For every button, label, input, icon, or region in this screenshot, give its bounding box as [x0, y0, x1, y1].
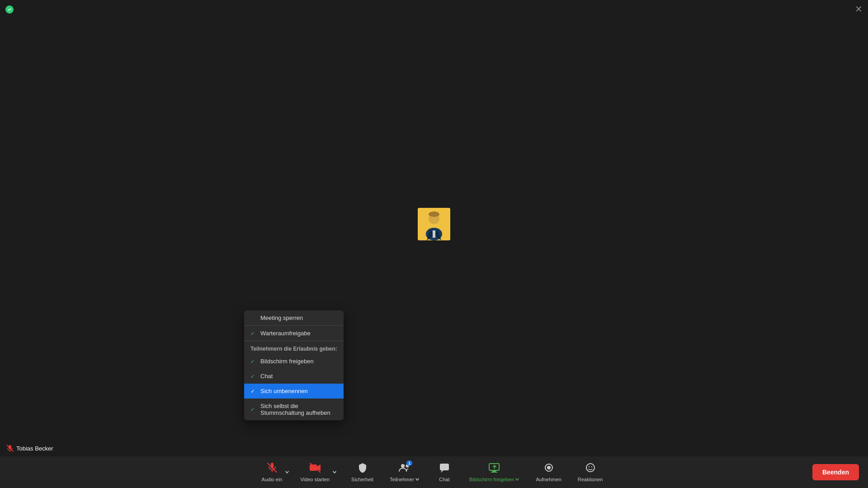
- menu-item-warteraumfreigabe[interactable]: ✓ Warteraumfreigabe: [244, 326, 344, 341]
- svg-rect-5: [433, 230, 435, 238]
- menu-item-meeting-sperren[interactable]: Meeting sperren: [244, 310, 344, 325]
- end-meeting-button[interactable]: Beenden: [812, 464, 859, 480]
- audio-button[interactable]: Audio ein: [258, 460, 295, 484]
- participant-count-badge: 1: [406, 460, 412, 466]
- share-screen-button[interactable]: Bildschirm freigeben: [462, 460, 527, 485]
- meeting-toolbar: Audio ein Video starten: [0, 456, 868, 488]
- participants-label: Teilnehmer: [390, 477, 414, 482]
- status-dot: [5, 5, 14, 14]
- check-icon-warteraumfreigabe: ✓: [250, 330, 257, 337]
- security-button[interactable]: Sicherheit: [344, 460, 381, 485]
- check-icon-umbenennen: ✓: [250, 388, 257, 394]
- meeting-area: ✕: [0, 0, 868, 488]
- svg-point-24: [547, 466, 551, 469]
- dropdown-section-2: ✓ Warteraumfreigabe: [244, 326, 344, 341]
- svg-point-27: [591, 466, 592, 467]
- video-label: Video starten: [300, 477, 330, 482]
- svg-rect-20: [489, 464, 499, 470]
- menu-item-chat[interactable]: ✓ Chat: [244, 369, 344, 384]
- dropdown-section-1: Meeting sperren: [244, 310, 344, 326]
- menu-item-label: Sich selbst die Stummschaltung aufheben: [260, 403, 337, 416]
- menu-item-label: Warteraumfreigabe: [260, 330, 311, 337]
- menu-item-label: Sich umbenennen: [260, 388, 308, 394]
- video-chevron-button[interactable]: [330, 470, 339, 474]
- record-button[interactable]: Aufnehmen: [528, 460, 568, 485]
- security-label: Sicherheit: [351, 477, 373, 482]
- check-icon-bildschirm: ✓: [250, 358, 257, 365]
- section-label-permissions: Teilnehmern die Erlaubnis geben:: [244, 341, 344, 354]
- menu-item-bildschirm-freigeben[interactable]: ✓ Bildschirm freigeben: [244, 354, 344, 369]
- audio-label: Audio ein: [262, 477, 283, 482]
- reactions-label: Reaktionen: [578, 477, 603, 482]
- participants-button[interactable]: 1 Teilnehmer: [382, 460, 427, 485]
- share-label: Bildschirm freigeben: [469, 477, 514, 482]
- chat-button[interactable]: Chat: [429, 460, 460, 485]
- svg-marker-19: [441, 470, 443, 473]
- reactions-button[interactable]: Reaktionen: [571, 460, 610, 485]
- record-label: Aufnehmen: [536, 477, 561, 482]
- security-icon: [357, 462, 368, 476]
- video-icon: [309, 462, 321, 476]
- svg-point-6: [429, 211, 439, 217]
- security-dropdown: Meeting sperren ✓ Warteraumfreigabe Teil…: [244, 310, 344, 420]
- menu-item-sich-umbenennen[interactable]: ✓ Sich umbenennen: [244, 384, 344, 399]
- svg-point-16: [401, 464, 405, 468]
- svg-rect-21: [492, 470, 496, 472]
- check-icon-stummschaltung: ✓: [250, 406, 257, 413]
- svg-point-26: [588, 466, 589, 467]
- participant-name-text: Tobias Becker: [16, 445, 53, 452]
- check-icon-chat: ✓: [250, 373, 257, 380]
- record-icon: [543, 462, 554, 476]
- muted-audio-icon: [6, 445, 14, 452]
- svg-point-25: [586, 464, 594, 472]
- menu-item-label: Chat: [260, 373, 273, 380]
- chat-icon: [439, 462, 450, 476]
- svg-rect-18: [440, 464, 449, 470]
- svg-rect-22: [491, 472, 497, 473]
- share-icon: [489, 462, 500, 476]
- chat-label: Chat: [439, 477, 449, 482]
- participant-name-label: Tobias Becker: [6, 445, 53, 452]
- audio-icon: [267, 462, 278, 476]
- audio-chevron-button[interactable]: [283, 470, 291, 474]
- menu-item-stummschaltung[interactable]: ✓ Sich selbst die Stummschaltung aufhebe…: [244, 399, 344, 420]
- menu-item-label: Meeting sperren: [260, 314, 303, 321]
- video-button[interactable]: Video starten: [297, 460, 342, 484]
- dropdown-section-3: Teilnehmern die Erlaubnis geben: ✓ Bilds…: [244, 341, 344, 420]
- reactions-icon: [585, 462, 596, 476]
- participant-avatar: [418, 208, 450, 240]
- participants-icon: 1: [399, 462, 410, 476]
- menu-item-label: Bildschirm freigeben: [260, 358, 314, 365]
- close-button[interactable]: ✕: [855, 4, 863, 14]
